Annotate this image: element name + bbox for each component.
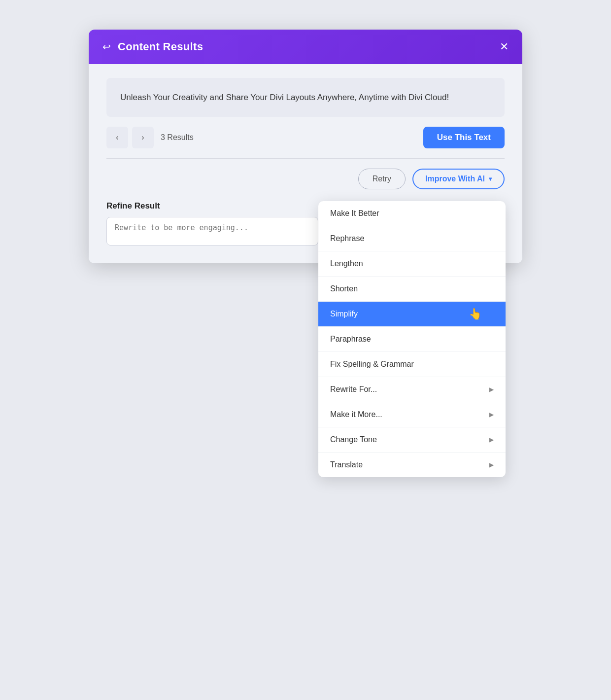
back-icon[interactable]: ↩ <box>102 41 111 53</box>
dropdown-item-label: Translate <box>330 460 363 469</box>
dropdown-item-label: Simplify <box>330 310 358 318</box>
dropdown-item-rewrite-for[interactable]: Rewrite For...▶ <box>318 377 506 402</box>
dropdown-item-change-tone[interactable]: Change Tone▶ <box>318 427 506 453</box>
dropdown-item-label: Rephrase <box>330 234 364 243</box>
submenu-arrow-icon: ▶ <box>489 411 494 418</box>
content-text: Unleash Your Creativity and Share Your D… <box>120 91 491 104</box>
refine-section: Refine Result Make It BetterRephraseLeng… <box>106 201 505 247</box>
dropdown-item-make-it-more[interactable]: Make it More...▶ <box>318 402 506 427</box>
content-results-modal: ↩ Content Results ✕ Unleash Your Creativ… <box>89 30 522 263</box>
improve-label: Improve With AI <box>425 175 485 183</box>
dropdown-item-label: Lengthen <box>330 259 363 268</box>
dropdown-item-lengthen[interactable]: Lengthen <box>318 251 506 277</box>
dropdown-item-label: Fix Spelling & Grammar <box>330 360 414 369</box>
retry-button[interactable]: Retry <box>358 169 406 189</box>
dropdown-item-label: Make It Better <box>330 209 379 218</box>
header-left: ↩ Content Results <box>102 40 203 53</box>
cursor-pointer-icon: 👆 <box>469 308 482 320</box>
dropdown-item-make-it-better[interactable]: Make It Better <box>318 201 506 226</box>
improve-with-ai-button[interactable]: Improve With AI ▾ <box>412 169 505 189</box>
prev-button[interactable]: ‹ <box>106 127 128 148</box>
dropdown-item-simplify[interactable]: Simplify👆 <box>318 302 506 327</box>
dropdown-item-label: Rewrite For... <box>330 385 377 394</box>
modal-header: ↩ Content Results ✕ <box>89 30 522 64</box>
chevron-down-icon: ▾ <box>489 175 492 182</box>
modal-title: Content Results <box>118 40 203 53</box>
improve-dropdown: Make It BetterRephraseLengthenShortenSim… <box>318 201 506 477</box>
content-box: Unleash Your Creativity and Share Your D… <box>106 78 505 117</box>
submenu-arrow-icon: ▶ <box>489 386 494 393</box>
dropdown-item-paraphrase[interactable]: Paraphrase <box>318 327 506 352</box>
next-button[interactable]: › <box>132 127 154 148</box>
use-text-button[interactable]: Use This Text <box>423 127 505 148</box>
dropdown-item-label: Shorten <box>330 284 358 293</box>
dropdown-item-rephrase[interactable]: Rephrase <box>318 226 506 251</box>
dropdown-item-translate[interactable]: Translate▶ <box>318 453 506 477</box>
nav-left: ‹ › 3 Results <box>106 127 194 148</box>
close-icon[interactable]: ✕ <box>500 41 509 52</box>
dropdown-item-label: Paraphrase <box>330 335 371 344</box>
submenu-arrow-icon: ▶ <box>489 461 494 468</box>
dropdown-item-shorten[interactable]: Shorten <box>318 277 506 302</box>
refine-left: Refine Result <box>106 201 318 247</box>
modal-body: Unleash Your Creativity and Share Your D… <box>89 64 522 263</box>
dropdown-item-label: Change Tone <box>330 435 377 444</box>
actions-row: Retry Improve With AI ▾ <box>106 169 505 189</box>
submenu-arrow-icon: ▶ <box>489 436 494 443</box>
dropdown-item-label: Make it More... <box>330 410 382 419</box>
dropdown-item-fix-spelling[interactable]: Fix Spelling & Grammar <box>318 352 506 377</box>
refine-input[interactable] <box>106 217 318 245</box>
results-count: 3 Results <box>161 133 194 142</box>
refine-title: Refine Result <box>106 201 318 211</box>
navigation-row: ‹ › 3 Results Use This Text <box>106 127 505 159</box>
